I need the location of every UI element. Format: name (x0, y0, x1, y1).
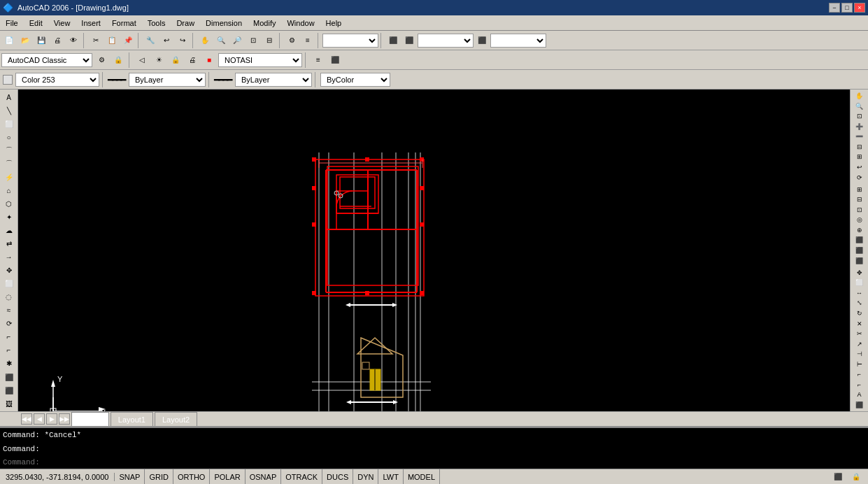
menu-dimension[interactable]: Dimension (200, 15, 248, 30)
copy-button[interactable]: 📋 (104, 33, 120, 48)
tool-chamfer[interactable]: ⌐ (1, 344, 17, 357)
rt-rotate[interactable]: ↻ (852, 308, 867, 319)
rt-pan[interactable]: ✋ (852, 91, 867, 101)
properties-button[interactable]: ⚙ (284, 33, 299, 48)
scale-select3[interactable] (490, 34, 546, 48)
preview-button[interactable]: 👁 (66, 33, 81, 48)
rt-zoom-ext[interactable]: ⊞ (852, 152, 867, 162)
menu-modify[interactable]: Modify (248, 15, 281, 30)
zoom-window-button[interactable]: ⊡ (246, 33, 261, 48)
scale-select2[interactable] (418, 34, 474, 48)
tab-layout2[interactable]: Layout2 (155, 412, 197, 426)
rt-fillet[interactable]: ⌐ (852, 369, 867, 380)
layer-settings-button[interactable]: ⬛ (327, 52, 343, 68)
save-button[interactable]: 💾 (34, 33, 49, 48)
undo-button[interactable]: ↩ (159, 33, 174, 48)
layer-manager-button[interactable]: ≡ (311, 52, 326, 68)
rt-zoom-win[interactable]: ⊡ (852, 111, 867, 122)
model-button[interactable]: MODEL (404, 469, 440, 484)
tool-line[interactable]: ╲ (1, 104, 17, 117)
new-button[interactable]: 📄 (1, 33, 17, 48)
rt-extend[interactable]: ↗ (852, 339, 867, 349)
otrack-button[interactable]: OTRACK (281, 469, 322, 484)
tool-trim[interactable]: ≈ (1, 304, 17, 317)
layer-icon1[interactable]: ☀ (151, 52, 166, 68)
layer-icon2[interactable]: 🔒 (168, 52, 183, 68)
tool-text[interactable]: A (1, 91, 17, 104)
rt-move[interactable]: ✥ (852, 268, 867, 278)
layer-select[interactable]: NOTASI (218, 53, 302, 67)
rt-text[interactable]: A (852, 390, 867, 400)
tool-explode[interactable]: ✱ (1, 357, 17, 370)
plot-button[interactable]: 🖨 (50, 33, 65, 48)
menu-format[interactable]: Format (106, 15, 142, 30)
rt-ortho[interactable]: ⊡ (852, 205, 867, 215)
menu-edit[interactable]: Edit (24, 15, 48, 30)
tool-circle[interactable]: ○ (1, 131, 17, 143)
lineweight-select[interactable]: ByLayer (235, 73, 312, 87)
matchprop-button[interactable]: 🔧 (143, 33, 158, 48)
tab-nav-last[interactable]: ▶▶ (59, 413, 70, 425)
ortho-button[interactable]: ORTHO (173, 469, 211, 484)
rt-dyn[interactable]: ⬛ (852, 235, 867, 245)
tool-arc[interactable]: ⌒ (1, 144, 17, 157)
lock-button[interactable]: 🔒 (848, 469, 864, 485)
rt-zoom-out[interactable]: ➖ (852, 131, 867, 142)
zoom-realtime-button[interactable]: 🔍 (213, 33, 229, 48)
tab-model[interactable]: Model (71, 412, 109, 426)
rt-zoom-all[interactable]: ⊟ (852, 142, 867, 152)
workspace-select[interactable]: AutoCAD Classic (1, 53, 92, 67)
rt-zoom-in[interactable]: ➕ (852, 122, 867, 132)
tool-point[interactable]: ✦ (1, 211, 17, 223)
osnap-button[interactable]: OSNAP (246, 469, 282, 484)
rt-lwt[interactable]: ⬛ (852, 245, 867, 256)
tool-offset[interactable]: → (1, 251, 17, 264)
paste-button[interactable]: 📌 (120, 33, 136, 48)
menu-insert[interactable]: Insert (76, 15, 106, 30)
rt-chamfer[interactable]: ⌐ (852, 379, 867, 390)
tool-copy2[interactable]: ⬜ (1, 278, 17, 290)
workspace-lock-button[interactable]: 🔒 (111, 52, 126, 68)
tool-arc2[interactable]: ⌒ (1, 157, 17, 170)
cut-button[interactable]: ✂ (88, 33, 104, 48)
menu-window[interactable]: Window (281, 15, 320, 30)
tool-polygon[interactable]: ⌂ (1, 184, 17, 197)
grid-button[interactable]: GRID (145, 469, 173, 484)
tab-layout1[interactable]: Layout1 (111, 412, 153, 426)
rt-snap[interactable]: ⊟ (852, 194, 867, 205)
layer-prev-button[interactable]: ◁ (134, 52, 150, 68)
zoom-extents-button[interactable]: ⊟ (262, 33, 277, 48)
rt-3d-orbit[interactable]: ⟳ (852, 172, 867, 183)
rt-copy[interactable]: ⬜ (852, 278, 867, 288)
snap-button[interactable]: SNAP (115, 469, 145, 484)
tool-insert[interactable]: ⬛ (1, 371, 17, 383)
rt-erase[interactable]: ✕ (852, 318, 867, 329)
menu-view[interactable]: View (48, 15, 76, 30)
pan-button[interactable]: ✋ (197, 33, 213, 48)
rt-zoom-real[interactable]: 🔍 (852, 101, 867, 112)
tool-rotate[interactable]: ◌ (1, 291, 17, 304)
tool-hatch[interactable]: ⬡ (1, 197, 17, 210)
tb-extra3[interactable]: ⬛ (474, 33, 490, 48)
rt-model[interactable]: ⬛ (852, 255, 867, 266)
tool-mirror[interactable]: ⇄ (1, 238, 17, 250)
tb-extra2[interactable]: ⬛ (401, 33, 417, 48)
menu-draw[interactable]: Draw (171, 15, 200, 30)
tool-rectangle[interactable]: ⬜ (1, 118, 17, 130)
canvas-area[interactable]: Y X (18, 90, 850, 411)
tool-xref[interactable]: ⬛ (1, 384, 17, 397)
rt-zoom-prev[interactable]: ↩ (852, 162, 867, 173)
menu-help[interactable]: Help (320, 15, 348, 30)
redo-button[interactable]: ↪ (175, 33, 190, 48)
plotstyle-select[interactable]: ByColor (320, 73, 390, 87)
rt-trim[interactable]: ✂ (852, 329, 867, 339)
rt-osnap[interactable]: ◎ (852, 215, 867, 225)
tool-move[interactable]: ✥ (1, 264, 17, 277)
minimize-button[interactable]: − (829, 3, 840, 13)
tool-image[interactable]: 🖼 (1, 397, 17, 410)
command-input[interactable] (3, 458, 865, 467)
close-button[interactable]: × (854, 3, 865, 13)
rt-tracking[interactable]: ⊕ (852, 225, 867, 236)
tool-undo2[interactable]: ⟳ (1, 318, 17, 330)
restore-button[interactable]: □ (841, 3, 853, 13)
